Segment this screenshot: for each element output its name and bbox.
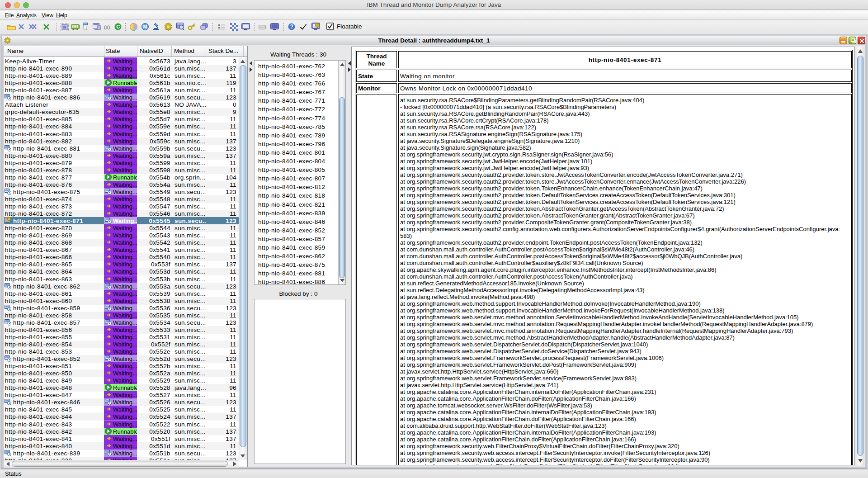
svg-text:M: M	[143, 24, 147, 29]
svg-text:(x): (x)	[104, 24, 110, 30]
svg-text:?: ?	[290, 24, 293, 30]
svg-text:---: ---	[260, 25, 264, 29]
svg-text:C: C	[116, 24, 120, 29]
